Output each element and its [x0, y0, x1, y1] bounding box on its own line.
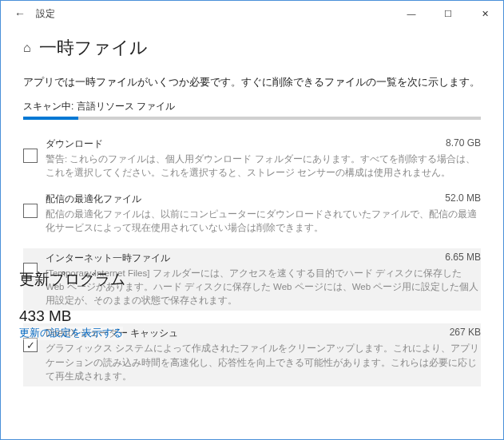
window-title: 設定 — [36, 7, 55, 21]
checkbox-delivery-optimization[interactable] — [23, 204, 38, 218]
list-item: ダウンロード 8.70 GB 警告: これらのファイルは、個人用ダウンロード フ… — [23, 137, 481, 180]
maximize-button[interactable]: ☐ — [430, 1, 466, 26]
checkbox-downloads[interactable] — [23, 149, 38, 163]
item-desc: 配信の最適化ファイルは、以前にコンピューターにダウンロードされていたファイルで、… — [46, 208, 481, 236]
scan-progress-bar — [23, 117, 78, 120]
list-item: 配信の最適化ファイル 52.0 MB 配信の最適化ファイルは、以前にコンピュータ… — [23, 192, 481, 236]
item-size: 6.65 MB — [445, 252, 481, 265]
item-name: ダウンロード — [46, 137, 446, 151]
back-button[interactable]: ← — [7, 1, 33, 26]
item-desc: 警告: これらのファイルは、個人用ダウンロード フォルダーにあります。すべてを削… — [46, 153, 481, 180]
update-settings-link[interactable]: 更新の設定を表示する — [19, 327, 123, 340]
minimize-button[interactable]: — — [393, 1, 430, 26]
page-title: 一時ファイル — [39, 36, 148, 60]
item-name: 配信の最適化ファイル — [46, 192, 445, 206]
close-button[interactable]: ✕ — [466, 1, 503, 26]
item-size: 267 KB — [450, 327, 481, 340]
update-programs-heading: 更新プログラム — [19, 269, 259, 290]
item-name: インターネット一時ファイル — [46, 252, 445, 265]
scan-progress — [23, 117, 481, 120]
scan-status: スキャン中: 言語リソース ファイル — [23, 100, 481, 113]
item-desc: グラフィックス システムによって作成されたファイルをクリーンアップします。これに… — [46, 342, 481, 383]
home-icon: ⌂ — [23, 41, 31, 55]
item-size: 8.70 GB — [446, 137, 481, 151]
update-programs-size: 433 MB — [19, 307, 259, 325]
item-size: 52.0 MB — [445, 192, 481, 206]
intro-text: アプリでは一時ファイルがいくつか必要です。すぐに削除できるファイルの一覧を次に示… — [23, 74, 481, 90]
